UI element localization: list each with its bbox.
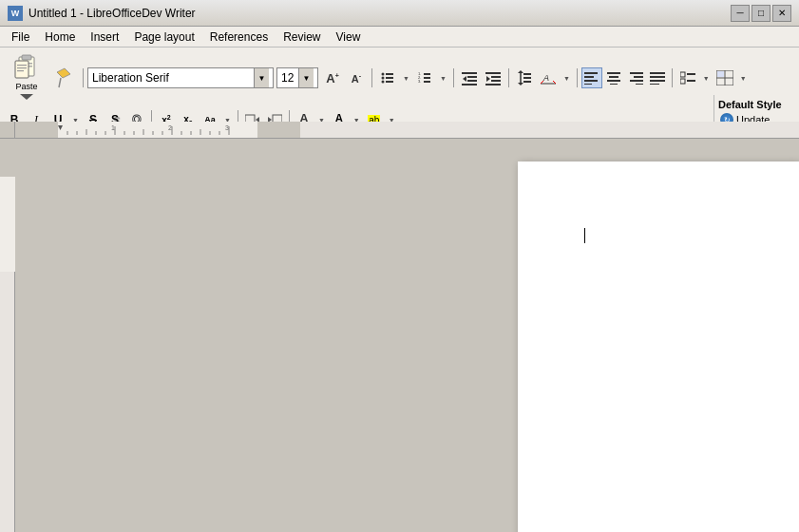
paste-button[interactable]: Paste xyxy=(4,51,49,93)
svg-point-11 xyxy=(382,73,385,76)
ruler-corner xyxy=(0,122,15,139)
window-title: Untitled 1 - LibreOfficeDev Writer xyxy=(29,7,731,20)
horizontal-ruler: 1 2 3 xyxy=(15,122,799,139)
align-left-icon xyxy=(584,71,599,85)
svg-rect-43 xyxy=(584,72,598,74)
separator1 xyxy=(83,68,84,87)
svg-marker-24 xyxy=(463,76,466,82)
increase-font-size-button[interactable]: A+ xyxy=(321,66,344,89)
menu-view[interactable]: View xyxy=(329,27,369,47)
svg-rect-30 xyxy=(491,76,501,78)
svg-text:2: 2 xyxy=(168,124,172,131)
toolbar-row1: Paste Liberation Serif ▼ 12 ▼ xyxy=(0,48,799,106)
list-bullet-alt-button[interactable] xyxy=(676,66,699,89)
vertical-ruler xyxy=(0,139,15,532)
align-justify-button[interactable] xyxy=(647,67,668,88)
decrease-font-size-button[interactable]: A- xyxy=(345,66,368,89)
menu-insert[interactable]: Insert xyxy=(83,27,126,47)
increase-indent-button[interactable] xyxy=(482,66,504,89)
document-page[interactable] xyxy=(518,162,799,532)
font-name-dropdown-arrow[interactable]: ▼ xyxy=(254,68,269,87)
decrease-indent-button[interactable] xyxy=(458,66,481,89)
svg-marker-29 xyxy=(486,76,490,82)
document-area[interactable] xyxy=(15,139,799,532)
minimize-button[interactable]: ─ xyxy=(731,5,750,22)
clone-formatting-button[interactable] xyxy=(52,57,75,99)
separator5 xyxy=(577,68,578,87)
window-controls: ─ □ ✕ xyxy=(731,5,791,22)
svg-rect-37 xyxy=(523,77,531,79)
svg-rect-16 xyxy=(386,81,393,83)
paste-dropdown-button[interactable] xyxy=(11,89,42,104)
increase-indent-icon xyxy=(485,70,501,86)
separator4 xyxy=(508,68,509,87)
svg-rect-14 xyxy=(386,77,393,79)
font-size-selector[interactable]: 12 ▼ xyxy=(276,67,318,88)
menu-file[interactable]: File xyxy=(4,27,37,47)
align-left-button[interactable] xyxy=(581,67,602,88)
maximize-button[interactable]: □ xyxy=(751,5,770,22)
paste-icon xyxy=(13,53,40,80)
char-spacing-button[interactable]: A xyxy=(537,66,560,89)
ruler-svg: 1 2 3 xyxy=(15,122,799,139)
separator3 xyxy=(453,68,454,87)
list-alt-dropdown[interactable]: ▼ xyxy=(700,74,713,83)
svg-rect-47 xyxy=(607,72,620,74)
svg-rect-36 xyxy=(523,73,531,75)
menu-bar: File Home Insert Page layout References … xyxy=(0,27,799,48)
svg-rect-7 xyxy=(17,67,27,68)
number-list-dropdown[interactable]: ▼ xyxy=(437,74,449,83)
close-button[interactable]: ✕ xyxy=(772,5,791,22)
font-name-display: Liberation Serif xyxy=(92,71,254,85)
insert-table-icon xyxy=(716,70,733,86)
svg-rect-38 xyxy=(523,81,531,83)
bullet-list-button[interactable] xyxy=(376,66,399,89)
svg-marker-34 xyxy=(518,70,523,73)
paragraph-spacing-button[interactable] xyxy=(513,66,536,89)
clone-icon xyxy=(55,66,72,89)
svg-rect-60 xyxy=(680,79,685,84)
align-right-button[interactable] xyxy=(625,67,646,88)
svg-rect-73 xyxy=(257,122,300,139)
align-justify-icon xyxy=(650,71,665,85)
app-icon: W xyxy=(8,6,23,21)
paragraph-spacing-icon xyxy=(517,70,532,86)
svg-rect-44 xyxy=(584,76,594,78)
svg-text:3: 3 xyxy=(225,124,229,131)
svg-rect-6 xyxy=(17,65,27,66)
svg-rect-18 xyxy=(424,73,430,75)
svg-rect-56 xyxy=(650,76,665,78)
svg-rect-97 xyxy=(0,177,15,272)
svg-rect-5 xyxy=(15,61,29,78)
char-spacing-icon: A xyxy=(541,70,556,86)
menu-home[interactable]: Home xyxy=(37,27,83,47)
svg-rect-28 xyxy=(485,72,501,74)
svg-rect-32 xyxy=(485,84,501,86)
menu-references[interactable]: References xyxy=(202,27,276,47)
menu-review[interactable]: Review xyxy=(276,27,328,47)
char-spacing-dropdown[interactable]: ▼ xyxy=(561,74,573,83)
svg-rect-49 xyxy=(607,80,620,82)
table-dropdown[interactable]: ▼ xyxy=(737,74,750,83)
svg-rect-48 xyxy=(609,76,618,78)
separator6 xyxy=(672,68,673,87)
svg-rect-22 xyxy=(424,81,430,83)
separator2 xyxy=(371,68,372,87)
font-size-dropdown-arrow[interactable]: ▼ xyxy=(298,68,314,87)
svg-rect-53 xyxy=(630,80,643,82)
increase-font-icon: A+ xyxy=(326,71,338,86)
list-bullet-alt-icon xyxy=(680,71,695,85)
paste-small-icon xyxy=(17,92,36,102)
svg-rect-46 xyxy=(584,84,592,85)
number-list-button[interactable]: 1. 2. 3. xyxy=(413,66,436,89)
insert-table-button[interactable] xyxy=(713,66,736,89)
svg-rect-66 xyxy=(717,71,724,77)
svg-text:3.: 3. xyxy=(418,79,421,84)
menu-page-layout[interactable]: Page layout xyxy=(126,27,201,47)
align-center-button[interactable] xyxy=(603,67,624,88)
toolbar-container: Paste Liberation Serif ▼ 12 ▼ xyxy=(0,48,799,124)
svg-rect-54 xyxy=(636,84,643,85)
bullet-list-dropdown[interactable]: ▼ xyxy=(400,74,412,83)
style-panel-title: Default Style xyxy=(718,99,795,110)
font-name-selector[interactable]: Liberation Serif ▼ xyxy=(87,67,274,88)
